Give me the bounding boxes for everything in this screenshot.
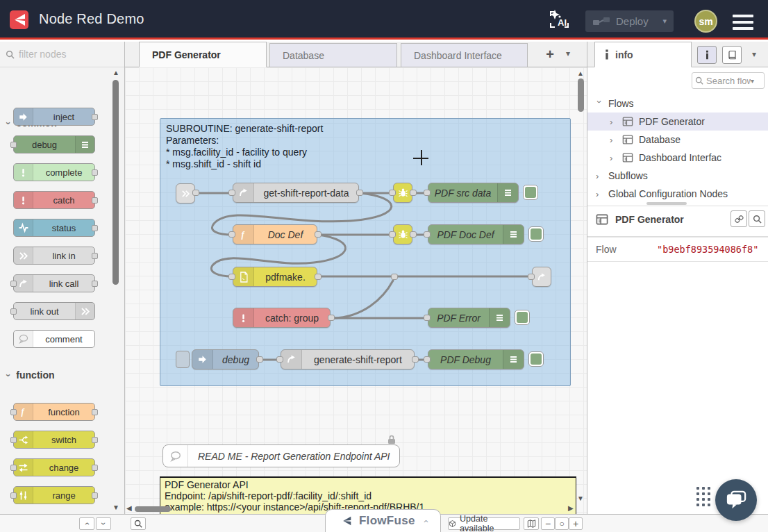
input-port[interactable] (424, 190, 431, 196)
palette-node-link-out[interactable]: link out (13, 302, 95, 320)
input-port[interactable] (276, 356, 283, 363)
node-pdf-src-data[interactable]: PDF src data (428, 183, 519, 203)
node-doc-def[interactable]: f Doc Def (233, 224, 317, 244)
flow-canvas[interactable]: SUBROUTINE: generate-shift-report Parame… (125, 67, 587, 514)
zoom-in-button[interactable]: + (569, 517, 583, 530)
deploy-caret-icon[interactable]: ▾ (662, 17, 667, 26)
sidebar-search[interactable]: ▾ (692, 72, 765, 89)
tree-item-global-config[interactable]: › Global Configuration Nodes (587, 185, 768, 203)
palette-node-function[interactable]: f function (13, 403, 95, 421)
node-catch-group[interactable]: catch: group (233, 308, 331, 328)
tree-item-database[interactable]: › Database (587, 131, 768, 149)
tree-item-pdf-generator[interactable]: › PDF Generator (587, 113, 768, 131)
input-port[interactable] (228, 190, 235, 196)
tree-item-flows[interactable]: › Flows (587, 94, 768, 113)
input-port[interactable] (228, 231, 235, 238)
node-get-shift-report-data[interactable]: get-shift-report-data (233, 183, 359, 203)
input-port[interactable] (10, 409, 17, 415)
sidebar-tab-info[interactable]: info (594, 42, 692, 67)
tab-list-caret-icon[interactable]: ▾ (566, 49, 570, 58)
palette-node-switch[interactable]: switch (13, 431, 95, 449)
output-port[interactable] (356, 190, 363, 196)
palette-node-link-in[interactable]: link in (13, 247, 95, 265)
input-port[interactable] (10, 492, 17, 499)
input-port[interactable] (10, 308, 17, 315)
sidebar-menu-caret-icon[interactable]: ▾ (752, 49, 756, 59)
inject-button[interactable] (176, 351, 190, 368)
output-port[interactable] (92, 465, 98, 471)
input-port[interactable] (10, 465, 17, 471)
debug-toggle-button[interactable] (523, 185, 538, 200)
palette-node-catch[interactable]: catch (13, 191, 95, 209)
tab-database[interactable]: Database (269, 43, 397, 67)
sidebar-help-book-button[interactable] (722, 46, 742, 64)
palette-node-comment[interactable]: comment (13, 330, 95, 348)
tree-item-subflows[interactable]: › Subflows (587, 167, 768, 185)
output-port[interactable] (92, 169, 98, 176)
output-port[interactable] (410, 231, 417, 238)
debug-toggle-button[interactable] (515, 310, 530, 325)
output-port[interactable] (92, 492, 98, 499)
node-pdf-error[interactable]: PDF Error (428, 308, 510, 328)
output-port[interactable] (410, 190, 417, 196)
main-menu-button[interactable] (733, 15, 753, 30)
output-port[interactable] (256, 356, 263, 363)
palette-node-status[interactable]: status (13, 219, 95, 237)
palette-node-inject[interactable]: inject (13, 108, 95, 126)
tab-pdf-generator[interactable]: PDF Generator (139, 42, 267, 67)
input-port[interactable] (424, 356, 431, 363)
output-port[interactable] (315, 274, 322, 280)
output-port[interactable] (92, 253, 98, 259)
palette-filter-input[interactable] (19, 49, 109, 60)
input-port[interactable] (528, 274, 535, 280)
input-port[interactable] (424, 231, 431, 238)
junction-node[interactable] (391, 274, 398, 280)
navigator-map-button[interactable] (524, 517, 539, 530)
output-port[interactable] (92, 437, 98, 443)
output-port[interactable] (92, 225, 98, 231)
canvas-search-button[interactable] (131, 517, 146, 530)
input-port[interactable] (10, 142, 17, 148)
output-port[interactable] (92, 409, 98, 415)
palette-search[interactable] (0, 42, 125, 67)
palette-node-link-call[interactable]: link call (13, 274, 95, 292)
input-port[interactable] (10, 281, 17, 287)
input-port[interactable] (424, 315, 431, 321)
node-pdf-debug[interactable]: PDF Debug (428, 349, 524, 369)
deploy-button[interactable]: Deploy ▾ (585, 10, 674, 32)
collapse-all-button[interactable]: › (79, 517, 94, 530)
node-inject-debug[interactable]: debug (192, 349, 259, 369)
search-caret-icon[interactable]: ▾ (751, 77, 754, 85)
search-in-flow-button[interactable] (749, 210, 765, 227)
palette-scrollbar[interactable] (112, 80, 119, 285)
input-port[interactable] (228, 274, 235, 280)
ai-assistant-button[interactable]: AI (548, 8, 571, 31)
output-port[interactable] (412, 356, 419, 363)
output-port[interactable] (328, 315, 335, 321)
palette-node-change[interactable]: change (13, 458, 95, 476)
expand-all-button[interactable]: › (96, 517, 111, 530)
sidebar-info-button[interactable] (697, 46, 717, 64)
widget-drag-handle[interactable] (696, 487, 710, 506)
palette-scroll-down-icon[interactable]: ▼ (112, 504, 119, 511)
zoom-out-button[interactable]: − (541, 517, 555, 530)
palette-node-range[interactable]: range (13, 486, 95, 504)
palette-node-complete[interactable]: complete (13, 163, 95, 181)
output-port[interactable] (92, 281, 98, 287)
output-port[interactable] (92, 114, 98, 120)
debug-toggle-button[interactable] (528, 351, 544, 367)
output-port[interactable] (315, 231, 322, 238)
search-flows-input[interactable] (706, 76, 751, 86)
copy-link-button[interactable] (731, 210, 747, 227)
zoom-reset-button[interactable]: ○ (555, 517, 569, 530)
node-link-out[interactable] (532, 267, 551, 287)
output-port[interactable] (192, 190, 199, 196)
palette-scroll-up-icon[interactable]: ▲ (112, 69, 119, 76)
debug-toggle-button[interactable] (528, 226, 544, 242)
input-port[interactable] (10, 437, 17, 443)
flowfuse-panel-button[interactable]: FlowFuse › (325, 509, 441, 532)
node-generate-shift-report[interactable]: generate-shift-report (281, 349, 415, 369)
update-available-button[interactable]: Update available (448, 517, 520, 530)
tree-item-dashboard-interface[interactable]: › Dashboard Interfac (587, 149, 768, 167)
input-port[interactable] (389, 190, 396, 196)
